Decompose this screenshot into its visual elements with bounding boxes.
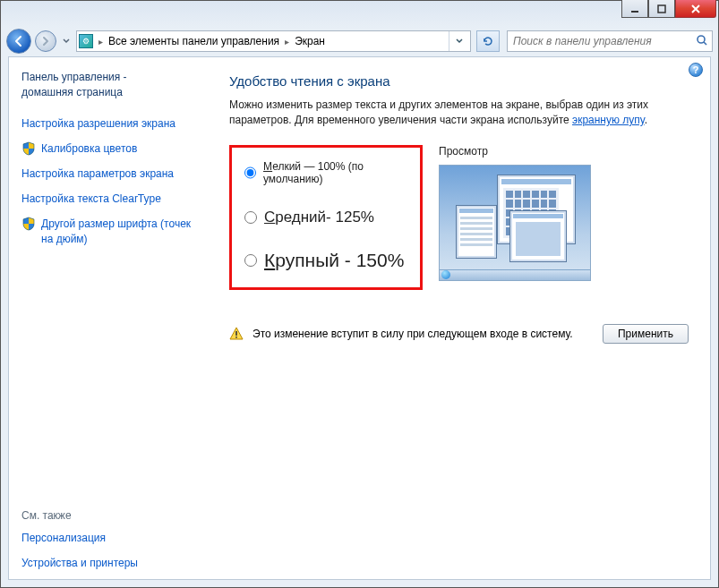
radio-medium[interactable] [244,211,257,224]
sidebar-link-label: Настройка параметров экрана [21,166,174,181]
dpi-option-medium[interactable]: Средний- 125% [244,209,406,226]
svg-rect-1 [658,5,665,13]
sidebar-links: Настройка разрешения экрана Калибр [21,116,192,246]
home-link-line1: Панель управления - [21,71,127,83]
nav-forward-button[interactable] [35,30,56,52]
sidebar-link-custom-dpi[interactable]: Другой размер шрифта (точек на дюйм) [21,217,192,245]
breadcrumb-item[interactable]: Экран [295,35,325,47]
chevron-right-icon: ▸ [97,37,105,47]
seealso-link-label: Устройства и принтеры [21,556,138,570]
see-also-links: Персонализация Устройства и принтеры [21,531,192,570]
dpi-option-small[interactable]: Мелкий — 100% (по умолчанию) [244,160,406,185]
shield-icon [21,217,36,231]
control-panel-icon: ⚙ [79,34,93,48]
refresh-button[interactable] [476,30,500,52]
see-also-header: См. также [21,509,192,522]
page-description: Можно изменить размер текста и других эл… [229,98,689,129]
option-label: Средний- 125% [264,209,374,226]
maximize-button[interactable] [648,0,675,18]
page-title: Удобство чтения с экрана [229,73,689,89]
address-bar[interactable]: ⚙ ▸ Все элементы панели управления ▸ Экр… [76,30,471,52]
sidebar-link-label: Настройка текста ClearType [21,192,161,206]
shield-icon [21,141,36,156]
svg-rect-4 [235,331,237,336]
preview-image [439,165,591,281]
chevron-right-icon: ▸ [283,37,291,47]
window-frame: ⚙ ▸ Все элементы панели управления ▸ Экр… [0,0,719,588]
sidebar-link-resolution[interactable]: Настройка разрешения экрана [21,116,192,131]
options-row: Мелкий — 100% (по умолчанию) Средний- 12… [229,145,689,290]
titlebar [1,1,718,26]
seealso-link-personalization[interactable]: Персонализация [21,531,192,545]
option-label: Крупный - 150% [264,250,404,271]
apply-button[interactable]: Применить [603,324,689,344]
sidebar-link-cleartype[interactable]: Настройка текста ClearType [21,192,192,206]
sidebar-link-color-calibration[interactable]: Калибровка цветов [21,141,192,156]
svg-rect-5 [235,337,237,338]
sidebar-link-label: Калибровка цветов [41,141,137,156]
seealso-link-label: Персонализация [21,531,106,545]
option-label: Мелкий — 100% (по умолчанию) [263,160,406,185]
main-panel: Удобство чтения с экрана Можно изменить … [204,57,710,579]
content-area: ? Панель управления - домашняя страница … [8,56,711,580]
search-input[interactable] [511,34,696,48]
seealso-link-devices[interactable]: Устройства и принтеры [21,556,192,570]
breadcrumb-item[interactable]: Все элементы панели управления [108,35,279,47]
search-box[interactable] [507,30,713,52]
svg-point-2 [698,36,705,43]
control-panel-home-link[interactable]: Панель управления - домашняя страница [21,70,192,100]
svg-line-3 [704,42,706,45]
window-controls [621,0,716,18]
sidebar-link-label: Настройка разрешения экрана [21,116,175,131]
nav-back-button[interactable] [6,29,31,54]
magnifier-link[interactable]: экранную лупу [572,114,645,126]
nav-history-dropdown[interactable] [60,32,73,50]
sidebar: Панель управления - домашняя страница На… [9,57,204,579]
dpi-option-large[interactable]: Крупный - 150% [244,250,406,271]
radio-small[interactable] [244,166,256,179]
dpi-options-highlighted: Мелкий — 100% (по умолчанию) Средний- 12… [229,145,423,290]
sidebar-link-label: Другой размер шрифта (точек на дюйм) [41,217,192,245]
notice-text: Это изменение вступит в силу при следующ… [253,328,573,340]
desc-text-end: . [645,114,647,126]
notice-row: Это изменение вступит в силу при следующ… [229,324,689,344]
warning-icon [229,327,244,341]
search-icon [696,34,708,49]
sidebar-link-display-settings[interactable]: Настройка параметров экрана [21,166,192,181]
close-button[interactable] [675,0,716,18]
preview-column: Просмотр [439,145,689,281]
address-dropdown-button[interactable] [449,31,468,51]
svg-rect-0 [631,11,638,13]
nav-row: ⚙ ▸ Все элементы панели управления ▸ Экр… [1,26,718,56]
preview-label: Просмотр [439,145,689,158]
radio-large[interactable] [244,254,257,267]
minimize-button[interactable] [621,0,648,18]
home-link-line2: домашняя страница [21,86,123,98]
